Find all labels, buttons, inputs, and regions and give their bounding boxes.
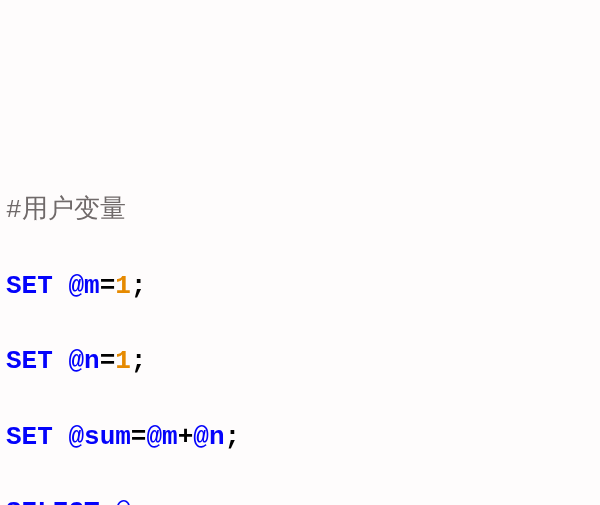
code-block: #用户变量 SET @m=1; SET @n=1; SET @sum=@m+@n… xyxy=(6,155,594,505)
comment-user-vars: #用户变量 xyxy=(6,192,594,230)
code-line-select-sum: SELECT @sum; xyxy=(6,494,594,505)
code-line-set-n: SET @n=1; xyxy=(6,343,594,381)
code-line-set-sum: SET @sum=@m+@n; xyxy=(6,419,594,457)
code-line-set-m: SET @m=1; xyxy=(6,268,594,306)
